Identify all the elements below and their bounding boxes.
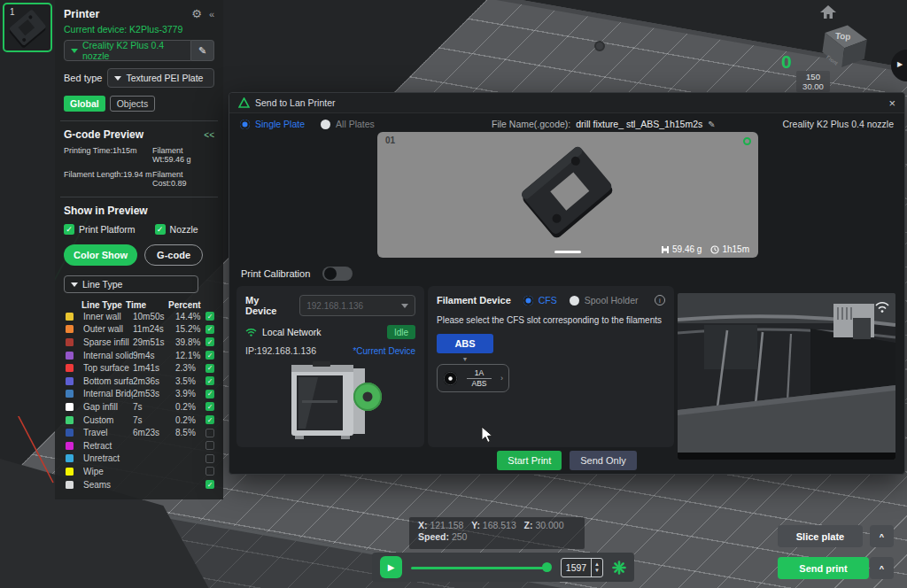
line-type-row: Custom7s0.2%✓ — [64, 414, 214, 427]
line-type-visibility-checkbox[interactable]: ✓ — [205, 325, 214, 334]
stepper-arrows[interactable]: ▲▼ — [591, 559, 602, 576]
speed-label: Speed: — [418, 531, 449, 542]
show-checkbox-item[interactable]: ✓Nozzle — [155, 224, 198, 235]
color-show-button[interactable]: Color Show — [64, 244, 137, 266]
line-type-row: Internal Bridge2m53s3.9%✓ — [64, 388, 214, 401]
info-icon[interactable]: i — [655, 295, 665, 306]
single-plate-label: Single Plate — [255, 119, 305, 129]
line-type-visibility-checkbox[interactable]: ✓ — [205, 390, 214, 398]
line-type-select[interactable]: Line Type — [64, 275, 198, 293]
frame-stepper-value: 1597 — [562, 562, 591, 573]
toggle-knob — [324, 267, 337, 280]
line-type-visibility-checkbox[interactable] — [205, 429, 214, 437]
dialog-title: Send to Lan Printer — [255, 97, 883, 108]
line-type-percent: 14.4% — [175, 312, 205, 321]
slice-plate-dropdown-button[interactable]: ^ — [870, 525, 894, 547]
line-type-visibility-checkbox[interactable]: ✓ — [205, 480, 214, 489]
collapse-panel-icon[interactable]: « — [209, 9, 214, 19]
layer-slider[interactable] — [411, 562, 552, 573]
device-select[interactable]: 192.168.1.136 — [299, 295, 415, 316]
line-type-visibility-checkbox[interactable] — [205, 454, 214, 463]
line-type-percent: 15.2% — [175, 324, 205, 334]
spool-icon — [443, 371, 458, 386]
frame-stepper[interactable]: 1597 ▲▼ — [561, 558, 603, 577]
line-type-row: Wipe — [64, 465, 214, 478]
line-type-percent: 3.9% — [175, 389, 205, 398]
view-cube[interactable]: Top Front — [810, 12, 877, 75]
line-type-label: Wipe — [83, 467, 133, 476]
slider-handle[interactable] — [542, 562, 552, 572]
plate-thumbnail[interactable]: 1 — [3, 3, 52, 52]
height-readout-line1: 150 — [796, 72, 830, 81]
line-type-visibility-checkbox[interactable]: ✓ — [205, 337, 214, 346]
current-device-link[interactable]: *Current Device — [353, 346, 415, 356]
line-type-row: Sparse infill29m51s39.8%✓ — [64, 336, 214, 349]
line-type-visibility-checkbox[interactable]: ✓ — [205, 312, 214, 321]
slice-plate-button[interactable]: Slice plate — [778, 525, 863, 547]
line-type-visibility-checkbox[interactable]: ✓ — [205, 415, 214, 424]
plate-selected-indicator — [743, 137, 751, 145]
gcode-preview-title: G-code Preview — [64, 128, 204, 141]
bed-type-select[interactable]: Textured PEI Plate — [107, 68, 214, 88]
printer-select[interactable]: Creality K2 Plus 0.4 nozzle — [64, 40, 191, 61]
line-color-swatch — [66, 403, 74, 411]
dialog-titlebar: Send to Lan Printer × — [229, 93, 904, 113]
left-dark-strip — [0, 0, 55, 416]
close-icon[interactable]: × — [888, 97, 895, 110]
line-type-label: Inner wall — [83, 312, 133, 321]
gcode-view-button[interactable]: G-code — [144, 244, 203, 266]
printer-select-value: Creality K2 Plus 0.4 nozzle — [82, 40, 184, 61]
pencil-icon: ✎ — [198, 45, 206, 57]
plate-carousel-indicator[interactable] — [554, 251, 581, 253]
cfs-slot-card[interactable]: 1A ABS › — [437, 364, 509, 392]
checkbox-icon[interactable]: ✓ — [155, 224, 166, 235]
coordinates-readout: X: 121.158 Y: 168.513 Z: 30.000 Speed: 2… — [409, 517, 585, 549]
line-type-visibility-checkbox[interactable]: ✓ — [205, 364, 214, 373]
col-percent: Percent — [168, 300, 214, 310]
gear-icon[interactable]: ⚙ — [191, 7, 202, 20]
line-type-label: Internal Bridge — [83, 389, 133, 398]
filament-device-panel: Filament Device CFS Spool Holder i Pleas… — [428, 286, 674, 447]
send-only-button[interactable]: Send Only — [570, 451, 636, 470]
line-color-swatch — [66, 364, 74, 372]
line-type-visibility-checkbox[interactable]: ✓ — [205, 351, 214, 360]
all-plates-radio[interactable]: All Plates — [321, 119, 375, 129]
line-type-visibility-checkbox[interactable] — [205, 441, 214, 450]
show-checkbox-item[interactable]: ✓Print Platform — [64, 224, 136, 235]
line-type-label: Outer wall — [83, 324, 133, 334]
line-type-label: Travel — [83, 428, 133, 437]
cfs-radio[interactable]: CFS — [523, 295, 557, 306]
clock-icon — [710, 245, 719, 254]
material-abs-button[interactable]: ABS — [437, 334, 493, 353]
line-type-time: 6m23s — [133, 428, 175, 437]
printer-camera-feed[interactable] — [678, 293, 895, 460]
print-calibration-toggle[interactable] — [322, 267, 353, 281]
layer-number-fragment: 0 — [781, 51, 792, 73]
spool-holder-radio[interactable]: Spool Holder — [570, 295, 639, 306]
line-color-swatch — [66, 313, 74, 321]
line-type-visibility-checkbox[interactable] — [205, 467, 214, 476]
edit-filename-icon[interactable]: ✎ — [708, 120, 715, 129]
tab-objects[interactable]: Objects — [110, 96, 156, 112]
play-button[interactable]: ▶ — [380, 556, 402, 578]
line-type-visibility-checkbox[interactable]: ✓ — [205, 402, 214, 411]
send-print-dropdown-button[interactable]: ^ — [870, 557, 894, 579]
line-type-label: Seams — [83, 480, 133, 490]
tab-global[interactable]: Global — [64, 96, 105, 112]
line-type-label: Unretract — [83, 453, 133, 463]
plate-preview-card[interactable]: 01 59.46 g — [377, 132, 758, 258]
send-print-button[interactable]: Send print — [778, 557, 869, 579]
player-settings-icon[interactable] — [612, 561, 626, 575]
line-type-select-value: Line Type — [82, 279, 122, 290]
line-type-time: 2m53s — [133, 389, 175, 398]
slot-material: ABS — [471, 379, 486, 388]
single-plate-radio[interactable]: Single Plate — [240, 119, 305, 129]
collapse-gcode-icon[interactable]: << — [204, 130, 214, 140]
line-type-visibility-checkbox[interactable]: ✓ — [205, 376, 214, 385]
start-print-button[interactable]: Start Print — [497, 451, 562, 470]
checkbox-icon[interactable]: ✓ — [64, 224, 74, 235]
line-type-row: Top surface1m41s2.3%✓ — [64, 361, 214, 375]
radio-unselected-icon — [570, 296, 579, 306]
line-color-swatch — [66, 338, 74, 346]
edit-printer-button[interactable]: ✎ — [191, 40, 214, 61]
